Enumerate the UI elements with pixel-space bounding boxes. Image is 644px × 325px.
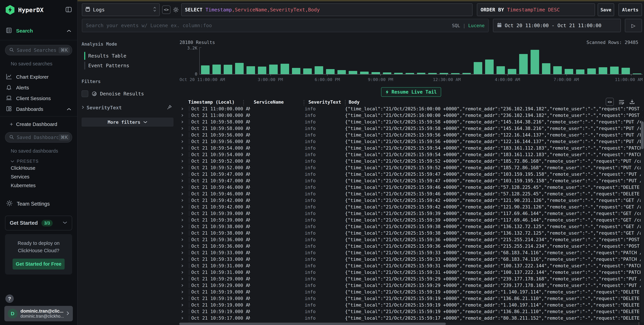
table-row[interactable]: Oct 21 10:59:31.000 AMinfo{"time_local":…	[180, 263, 643, 269]
chevron-down-icon[interactable]	[62, 221, 68, 225]
row-expand-icon[interactable]	[180, 277, 189, 281]
row-expand-icon[interactable]	[180, 192, 189, 196]
histogram-bar[interactable]	[280, 64, 289, 74]
sidebar-item-client-sessions[interactable]: Client Sessions	[0, 93, 77, 104]
more-filters-button[interactable]: More filters	[82, 118, 174, 127]
mode-results-table[interactable]: Results Table	[82, 51, 174, 61]
table-row[interactable]: Oct 21 11:00:00.000 AMinfo{"time_local":…	[180, 112, 643, 119]
row-expand-icon[interactable]	[180, 297, 189, 300]
table-row[interactable]: Oct 21 10:59:38.000 AMinfo{"time_local":…	[180, 223, 643, 230]
row-expand-icon[interactable]	[180, 199, 189, 202]
histogram-bar[interactable]	[406, 73, 414, 74]
table-row[interactable]: Oct 21 10:59:29.000 AMinfo{"time_local":…	[180, 276, 643, 282]
row-expand-icon[interactable]	[180, 290, 189, 294]
chevron-up-icon[interactable]	[66, 28, 72, 34]
saved-searches-input[interactable]	[16, 47, 58, 53]
table-row[interactable]: Oct 21 10:59:29.000 AMinfo{"time_local":…	[180, 282, 643, 289]
horizontal-scrollbar-thumb[interactable]	[179, 323, 446, 325]
row-expand-icon[interactable]	[180, 186, 189, 189]
select-clause-input[interactable]: SELECT Timestamp,ServiceName,SeverityTex…	[181, 3, 472, 16]
histogram-bar[interactable]	[212, 64, 221, 74]
sql-mode-icon[interactable]: <>	[162, 5, 170, 14]
table-row[interactable]: Oct 21 10:59:19.000 AMinfo{"time_local":…	[180, 308, 643, 315]
sidebar-item-search[interactable]: Search	[0, 25, 77, 36]
histogram-bar[interactable]	[338, 70, 346, 74]
histogram-bar[interactable]	[246, 66, 255, 74]
sidebar-collapse-icon[interactable]	[65, 6, 72, 14]
row-expand-icon[interactable]	[180, 284, 189, 287]
table-row[interactable]: Oct 21 10:59:42.000 AMinfo{"time_local":…	[180, 197, 643, 204]
sidebar-item-alerts[interactable]: Alerts	[0, 82, 77, 93]
histogram-bar[interactable]	[633, 73, 641, 74]
histogram-bar[interactable]	[553, 66, 562, 74]
row-expand-icon[interactable]	[180, 146, 189, 150]
histogram-bar[interactable]	[269, 64, 278, 74]
gear-icon[interactable]	[173, 7, 179, 13]
row-expand-icon[interactable]	[180, 107, 189, 110]
resume-live-tail-button[interactable]: Resume Live Tail	[381, 87, 441, 97]
sidebar-preset-kubernetes[interactable]: Kubernetes	[0, 181, 77, 190]
histogram-bar[interactable]	[372, 72, 380, 74]
date-range-picker[interactable]: Oct 20 11:00:00 - Oct 21 11:00:00	[493, 19, 621, 32]
row-expand-icon[interactable]	[180, 127, 189, 130]
histogram-bar[interactable]	[519, 54, 528, 74]
sidebar-item-dashboards[interactable]: Dashboards	[0, 104, 77, 115]
column-header-timestamp[interactable]: Timestamp (Local)	[187, 99, 247, 105]
histogram-bar[interactable]	[201, 65, 210, 74]
table-row[interactable]: Oct 21 10:59:46.000 AMinfo{"time_local":…	[180, 191, 643, 197]
histogram-bar[interactable]	[428, 73, 437, 74]
sidebar-item-chart-explorer[interactable]: Chart Explorer	[0, 72, 77, 82]
column-header-severitytext[interactable]: SeverityText	[308, 99, 349, 105]
row-expand-icon[interactable]	[180, 245, 189, 248]
row-expand-icon[interactable]	[180, 173, 189, 176]
table-row[interactable]: Oct 21 10:59:36.000 AMinfo{"time_local":…	[180, 236, 643, 243]
table-row[interactable]: Oct 21 10:59:17.000 AMinfo{"time_local":…	[180, 315, 643, 321]
row-expand-icon[interactable]	[180, 225, 189, 228]
wrap-lines-icon[interactable]	[618, 99, 624, 104]
row-expand-icon[interactable]	[180, 264, 189, 268]
histogram-bar[interactable]	[303, 68, 312, 74]
row-expand-icon[interactable]	[180, 166, 189, 169]
histogram-bar[interactable]	[451, 73, 460, 74]
histogram-bar[interactable]	[599, 67, 607, 74]
horizontal-scrollbar[interactable]	[179, 323, 639, 325]
histogram-bar[interactable]	[417, 73, 426, 74]
download-icon[interactable]	[629, 99, 635, 105]
get-started-panel[interactable]: Get Started 3/3	[5, 216, 72, 230]
row-expand-icon[interactable]	[180, 140, 189, 143]
histogram-bar[interactable]	[485, 59, 494, 74]
histogram-bar[interactable]	[530, 50, 539, 74]
table-row[interactable]: Oct 21 10:59:58.000 AMinfo{"time_local":…	[180, 119, 643, 125]
row-expand-icon[interactable]	[180, 258, 189, 261]
table-row[interactable]: Oct 21 10:59:38.000 AMinfo{"time_local":…	[180, 230, 643, 236]
histogram-bar[interactable]	[542, 63, 550, 74]
table-row[interactable]: Oct 21 10:59:19.000 AMinfo{"time_local":…	[180, 302, 643, 308]
table-row[interactable]: Oct 21 10:59:52.000 AMinfo{"time_local":…	[180, 164, 643, 171]
row-expand-icon[interactable]	[180, 317, 189, 320]
vertical-scrollbar-thumb[interactable]	[641, 121, 644, 149]
table-row[interactable]: Oct 21 10:59:33.000 AMinfo{"time_local":…	[180, 256, 643, 263]
sidebar-item-team-settings[interactable]: Team Settings	[0, 200, 77, 208]
histogram-bar[interactable]	[383, 72, 392, 74]
histogram-bar[interactable]	[508, 69, 516, 74]
histogram-bar[interactable]	[462, 73, 471, 74]
alerts-button[interactable]: Alerts	[618, 3, 642, 16]
saved-searches-search[interactable]: ⌘K	[5, 45, 72, 55]
table-row[interactable]: Oct 21 11:00:00.000 AMinfo{"time_local":…	[180, 105, 643, 112]
lucene-toggle[interactable]: Lucene	[468, 23, 484, 28]
row-expand-icon[interactable]	[180, 310, 189, 313]
row-expand-icon[interactable]	[180, 303, 189, 307]
sidebar-preset-clickhouse[interactable]: ClickHouse	[0, 164, 77, 172]
mode-event-patterns[interactable]: Event Patterns	[82, 61, 174, 70]
hyperdx-logo-icon[interactable]	[6, 5, 14, 15]
row-expand-icon[interactable]	[180, 133, 189, 137]
saved-dashboards-input[interactable]	[16, 134, 58, 140]
saved-dashboards-search[interactable]: ⌘K	[5, 132, 72, 143]
source-select[interactable]: Logs	[82, 3, 160, 16]
sql-toggle[interactable]: SQL	[452, 23, 460, 28]
histogram-bar[interactable]	[235, 63, 244, 74]
row-expand-icon[interactable]	[180, 218, 189, 222]
histogram-bar[interactable]	[622, 68, 630, 74]
table-row[interactable]: Oct 21 10:59:36.000 AMinfo{"time_local":…	[180, 243, 643, 249]
row-expand-icon[interactable]	[180, 205, 189, 209]
